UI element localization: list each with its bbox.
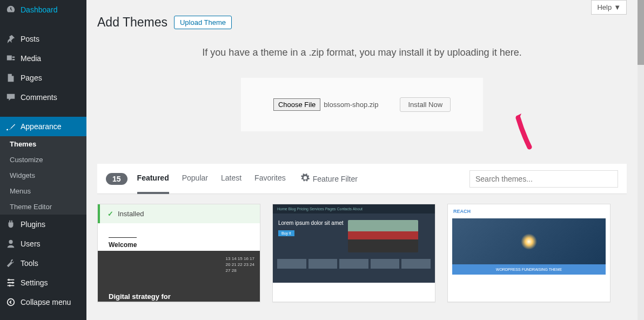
filter-tabs: Featured Popular Latest Favorites: [137, 164, 286, 194]
dashboard-icon: [5, 4, 16, 15]
submenu-theme-editor[interactable]: Theme Editor: [0, 199, 86, 215]
install-now-button[interactable]: Install Now: [400, 97, 451, 112]
page-title: Add Themes: [97, 15, 167, 30]
sidebar-item-collapse[interactable]: Collapse menu: [0, 292, 86, 312]
submenu-customize[interactable]: Customize: [0, 152, 86, 168]
selected-filename: blossom-shop.zip: [324, 101, 378, 109]
brush-icon: [5, 121, 16, 132]
theme-grid: ✓ Installed Welcome 13 14 15 16 1720 21 …: [97, 204, 627, 302]
theme-card[interactable]: ✓ Installed Welcome 13 14 15 16 1720 21 …: [97, 204, 260, 302]
theme-preview: Home Blog Pricing Services Pages Contact…: [273, 204, 435, 283]
tab-popular[interactable]: Popular: [182, 164, 208, 194]
sidebar-label: Comments: [21, 93, 57, 102]
search-box: [469, 170, 618, 188]
sidebar-item-dashboard[interactable]: Dashboard: [0, 0, 86, 19]
pin-icon: [5, 34, 16, 44]
feature-filter-button[interactable]: Feature Filter: [301, 174, 358, 184]
filter-bar: 15 Featured Popular Latest Favorites Fea…: [97, 164, 627, 194]
help-tab[interactable]: Help ▼: [591, 0, 627, 15]
wrench-icon: [5, 258, 16, 269]
installed-banner: ✓ Installed: [98, 204, 260, 223]
sidebar-label: Settings: [21, 278, 48, 287]
sidebar-item-appearance[interactable]: Appearance: [0, 117, 86, 136]
theme-card[interactable]: REACH WORDPRESS FUNDRAISING THEME: [447, 204, 611, 302]
sidebar-label: Tools: [21, 259, 38, 268]
upload-theme-button[interactable]: Upload Theme: [174, 16, 232, 29]
svg-point-0: [8, 299, 15, 306]
media-icon: [5, 53, 16, 64]
upload-section: If you have a theme in a .zip format, yo…: [97, 47, 627, 131]
sidebar-item-pages[interactable]: Pages: [0, 68, 86, 88]
submenu-menus[interactable]: Menus: [0, 183, 86, 199]
sidebar-label: Plugins: [21, 220, 45, 229]
tab-featured[interactable]: Featured: [137, 164, 169, 194]
sidebar-label: Pages: [21, 74, 42, 82]
sidebar-label: Users: [21, 239, 41, 248]
upload-form: Choose File blossom-shop.zip Install Now: [241, 78, 483, 131]
tab-latest[interactable]: Latest: [221, 164, 242, 194]
sidebar-item-media[interactable]: Media: [0, 49, 86, 68]
admin-sidebar: Dashboard Posts Media Pages Comments App…: [0, 0, 86, 320]
sidebar-item-users[interactable]: Users: [0, 234, 86, 254]
choose-file-button[interactable]: Choose File: [273, 98, 320, 111]
sidebar-item-plugins[interactable]: Plugins: [0, 215, 86, 234]
sidebar-item-settings[interactable]: Settings: [0, 273, 86, 292]
theme-count-badge: 15: [106, 173, 128, 185]
sidebar-label: Media: [21, 54, 41, 63]
upload-instruction: If you have a theme in a .zip format, yo…: [97, 47, 627, 58]
plug-icon: [5, 219, 16, 230]
gear-icon: [301, 174, 310, 184]
sliders-icon: [5, 277, 16, 288]
collapse-icon: [5, 297, 16, 308]
sidebar-item-comments[interactable]: Comments: [0, 88, 86, 107]
page-icon: [5, 72, 16, 83]
appearance-submenu: Themes Customize Widgets Menus Theme Edi…: [0, 136, 86, 215]
scrollbar[interactable]: [638, 0, 644, 320]
page-header: Add Themes Upload Theme: [97, 15, 627, 30]
submenu-themes[interactable]: Themes: [0, 136, 86, 152]
sidebar-label: Posts: [21, 35, 39, 43]
sidebar-label: Appearance: [21, 122, 62, 131]
chevron-down-icon: ▼: [614, 3, 621, 11]
sidebar-item-posts[interactable]: Posts: [0, 29, 86, 49]
theme-card[interactable]: Home Blog Pricing Services Pages Contact…: [272, 204, 435, 302]
check-icon: ✓: [108, 210, 113, 218]
search-themes-input[interactable]: [469, 170, 618, 188]
users-icon: [5, 238, 16, 249]
scrollbar-thumb[interactable]: [638, 0, 644, 65]
sidebar-label: Collapse menu: [21, 298, 71, 306]
theme-preview: Welcome 13 14 15 16 1720 21 22 23 2427 2…: [98, 223, 260, 302]
sidebar-item-tools[interactable]: Tools: [0, 254, 86, 273]
theme-preview: REACH WORDPRESS FUNDRAISING THEME: [448, 204, 610, 283]
sidebar-label: Dashboard: [21, 5, 58, 14]
submenu-widgets[interactable]: Widgets: [0, 168, 86, 183]
file-input-group: Choose File blossom-shop.zip: [273, 98, 379, 111]
comment-icon: [5, 92, 16, 103]
main-content: Help ▼ Add Themes Upload Theme If you ha…: [86, 0, 638, 320]
tab-favorites[interactable]: Favorites: [254, 164, 286, 194]
